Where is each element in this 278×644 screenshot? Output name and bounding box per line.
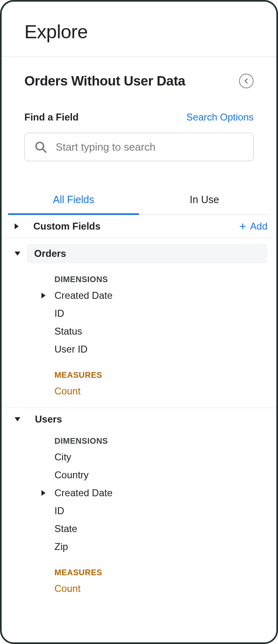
field-label: Zip — [54, 541, 68, 552]
add-custom-field-button[interactable]: + Add — [239, 221, 267, 232]
panel-title: Orders Without User Data — [24, 73, 185, 89]
dimensions-label: DIMENSIONS — [2, 269, 276, 287]
chevron-left-icon — [243, 77, 250, 85]
caret-down-icon — [15, 417, 20, 421]
field-label: Created Date — [54, 487, 113, 499]
add-label: Add — [250, 221, 267, 232]
field-user-id[interactable]: User ID — [2, 340, 276, 358]
caret-right-icon — [15, 223, 19, 229]
field-label: Created Date — [54, 290, 113, 301]
field-country[interactable]: Country — [2, 466, 276, 484]
caret-right-icon — [41, 293, 46, 298]
field-label: User ID — [54, 344, 87, 355]
field-count[interactable]: Count — [2, 382, 276, 400]
view-header-users[interactable]: Users — [2, 408, 276, 431]
find-field-label: Find a Field — [24, 112, 78, 123]
field-label: Count — [54, 386, 80, 397]
field-label: State — [54, 523, 77, 534]
caret-down-icon — [15, 252, 20, 256]
svg-line-1 — [43, 149, 46, 152]
view-name-users: Users — [27, 414, 267, 425]
field-city[interactable]: City — [2, 448, 276, 466]
field-label: City — [54, 451, 71, 463]
field-id[interactable]: ID — [2, 304, 276, 322]
field-label: Status — [54, 326, 82, 337]
search-box[interactable] — [24, 133, 254, 161]
tab-in-use[interactable]: In Use — [139, 185, 270, 215]
measures-label: MEASURES — [2, 365, 276, 382]
search-options-link[interactable]: Search Options — [187, 112, 254, 123]
measures-label: MEASURES — [2, 562, 276, 580]
view-header-orders[interactable]: Orders — [2, 238, 276, 269]
field-label: Country — [54, 469, 89, 481]
field-label: Count — [54, 583, 80, 594]
field-status[interactable]: Status — [2, 322, 276, 340]
field-zip[interactable]: Zip — [2, 538, 276, 556]
custom-fields-label: Custom Fields — [25, 221, 233, 232]
view-name-orders: Orders — [27, 244, 267, 263]
field-id[interactable]: ID — [2, 502, 276, 520]
plus-icon: + — [239, 221, 246, 232]
collapse-panel-button[interactable] — [239, 74, 254, 88]
field-label: ID — [54, 308, 64, 319]
field-label: ID — [54, 505, 64, 517]
field-created-date[interactable]: Created Date — [2, 484, 276, 502]
field-state[interactable]: State — [2, 520, 276, 538]
tab-all-fields[interactable]: All Fields — [8, 185, 139, 215]
search-input[interactable] — [55, 140, 244, 154]
custom-fields-header[interactable]: Custom Fields + Add — [2, 215, 276, 238]
page-title: Explore — [24, 20, 254, 43]
dimensions-label: DIMENSIONS — [2, 431, 276, 448]
search-icon — [34, 140, 48, 154]
caret-right-icon — [41, 490, 46, 496]
field-created-date[interactable]: Created Date — [2, 287, 276, 304]
field-count[interactable]: Count — [2, 580, 276, 598]
